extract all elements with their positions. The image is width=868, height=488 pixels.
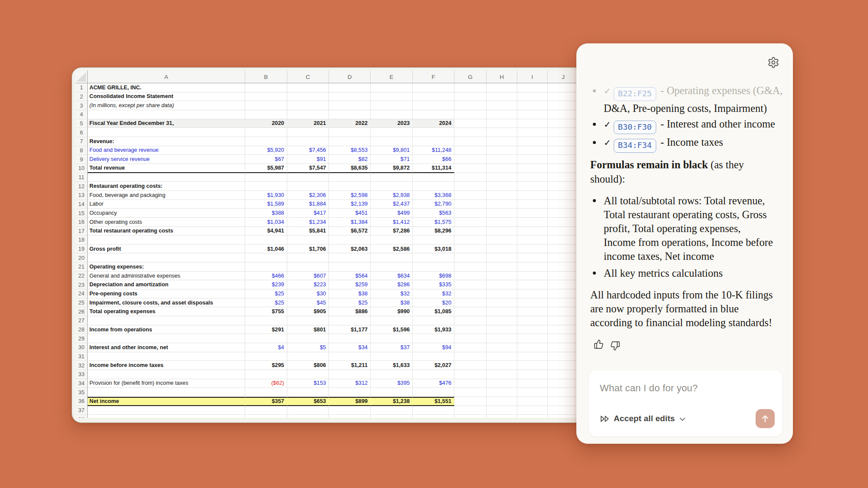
cell-F11[interactable]	[413, 173, 454, 182]
cell-F1[interactable]	[413, 83, 454, 92]
cell-J29[interactable]	[548, 334, 579, 343]
cell-B35[interactable]	[245, 388, 287, 397]
cell-J24[interactable]	[548, 289, 579, 298]
cell-J35[interactable]	[548, 388, 579, 397]
cell-B29[interactable]	[245, 334, 287, 343]
cell-E26[interactable]: $990	[371, 307, 413, 316]
cell-F16[interactable]: $1,575	[413, 218, 454, 227]
cell-D7[interactable]	[329, 137, 371, 146]
cell-C21[interactable]	[287, 262, 329, 272]
cell-I28[interactable]	[517, 325, 548, 334]
cell-F14[interactable]: $2,790	[413, 200, 454, 209]
cell-B15[interactable]: $388	[245, 209, 287, 218]
cell-B36[interactable]: $357	[245, 397, 287, 406]
cell-A3[interactable]: (In millions, except per share data)	[88, 101, 245, 110]
cell-G29[interactable]	[454, 334, 487, 343]
cell-C28[interactable]: $801	[287, 325, 329, 334]
cell-B33[interactable]	[245, 370, 287, 379]
cell-D23[interactable]: $259	[329, 280, 371, 289]
cell-range-chip[interactable]: B34:F34	[614, 139, 656, 153]
cell-H25[interactable]	[487, 298, 517, 308]
column-header-G[interactable]: G	[454, 71, 487, 83]
row-header-26[interactable]: 26	[76, 307, 88, 316]
cell-G27[interactable]	[454, 316, 487, 325]
cell-E37[interactable]	[371, 406, 413, 415]
cell-B32[interactable]: $295	[245, 361, 287, 370]
cell-I32[interactable]	[517, 361, 548, 370]
cell-F29[interactable]	[413, 334, 454, 343]
cell-H4[interactable]	[487, 110, 517, 119]
cell-H21[interactable]	[487, 262, 517, 272]
select-all-corner[interactable]	[76, 71, 88, 83]
cell-D27[interactable]	[329, 316, 371, 325]
cell-J38[interactable]	[548, 415, 579, 418]
cell-A26[interactable]: Total operating expenses	[88, 307, 245, 316]
cell-G18[interactable]	[454, 236, 487, 245]
cell-A19[interactable]: Gross profit	[88, 245, 245, 254]
cell-E35[interactable]	[371, 388, 413, 397]
cell-A35[interactable]	[88, 388, 245, 397]
cell-C30[interactable]: $5	[287, 343, 329, 352]
cell-A37[interactable]	[88, 406, 245, 415]
cell-J26[interactable]	[548, 307, 579, 316]
cell-F15[interactable]: $563	[413, 209, 454, 218]
cell-J14[interactable]	[548, 200, 579, 209]
cell-A7[interactable]: Revenue:	[88, 137, 245, 146]
cell-H24[interactable]	[487, 289, 517, 298]
row-header-29[interactable]: 29	[76, 334, 88, 343]
cell-J18[interactable]	[548, 236, 579, 245]
cell-H10[interactable]	[487, 164, 517, 173]
cell-A29[interactable]	[88, 334, 245, 343]
cell-C23[interactable]: $223	[287, 280, 329, 289]
column-header-H[interactable]: H	[487, 71, 517, 83]
cell-D13[interactable]: $2,598	[329, 191, 371, 200]
cell-A1[interactable]: ACME GRILLE, INC.	[88, 83, 245, 92]
cell-C26[interactable]: $905	[287, 307, 329, 316]
row-header-27[interactable]: 27	[76, 316, 88, 325]
cell-D26[interactable]: $886	[329, 307, 371, 316]
cell-F24[interactable]: $32	[413, 289, 454, 298]
cell-C6[interactable]	[287, 128, 329, 137]
row-header-21[interactable]: 21	[76, 262, 88, 272]
cell-D17[interactable]: $6,572	[329, 227, 371, 236]
cell-D22[interactable]: $564	[329, 272, 371, 281]
cell-G34[interactable]	[454, 379, 487, 388]
cell-H1[interactable]	[487, 83, 517, 92]
row-header-36[interactable]: 36	[76, 397, 88, 406]
cell-C19[interactable]: $1,706	[287, 245, 329, 254]
cell-H27[interactable]	[487, 316, 517, 325]
cell-H34[interactable]	[487, 379, 517, 388]
cell-F10[interactable]: $11,314	[413, 164, 454, 173]
cell-E20[interactable]	[371, 253, 413, 262]
cell-H26[interactable]	[487, 307, 517, 316]
cell-J36[interactable]	[548, 397, 579, 406]
row-header-35[interactable]: 35	[76, 388, 88, 397]
cell-C20[interactable]	[287, 253, 329, 262]
cell-G19[interactable]	[454, 245, 487, 254]
cell-C11[interactable]	[287, 173, 329, 182]
cell-G1[interactable]	[454, 83, 487, 92]
cell-D12[interactable]	[329, 182, 371, 191]
cell-F19[interactable]: $3,018	[413, 245, 454, 254]
cell-E28[interactable]: $1,596	[371, 325, 413, 334]
cell-I24[interactable]	[517, 289, 548, 298]
cell-H20[interactable]	[487, 253, 517, 262]
column-header-C[interactable]: C	[287, 71, 329, 83]
cell-I14[interactable]	[517, 200, 548, 209]
cell-G31[interactable]	[454, 352, 487, 361]
cell-D20[interactable]	[329, 253, 371, 262]
row-header-19[interactable]: 19	[76, 245, 88, 254]
cell-H30[interactable]	[487, 343, 517, 352]
cell-G23[interactable]	[454, 280, 487, 289]
row-header-34[interactable]: 34	[76, 379, 88, 388]
cell-B30[interactable]: $4	[245, 343, 287, 352]
cell-H23[interactable]	[487, 280, 517, 289]
cell-D32[interactable]: $1,211	[329, 361, 371, 370]
cell-H31[interactable]	[487, 352, 517, 361]
cell-I37[interactable]	[517, 406, 548, 415]
cell-B14[interactable]: $1,589	[245, 200, 287, 209]
cell-H18[interactable]	[487, 236, 517, 245]
cell-F2[interactable]	[413, 92, 454, 102]
cell-A30[interactable]: Interest and other income, net	[88, 343, 245, 352]
cell-D31[interactable]	[329, 352, 371, 361]
